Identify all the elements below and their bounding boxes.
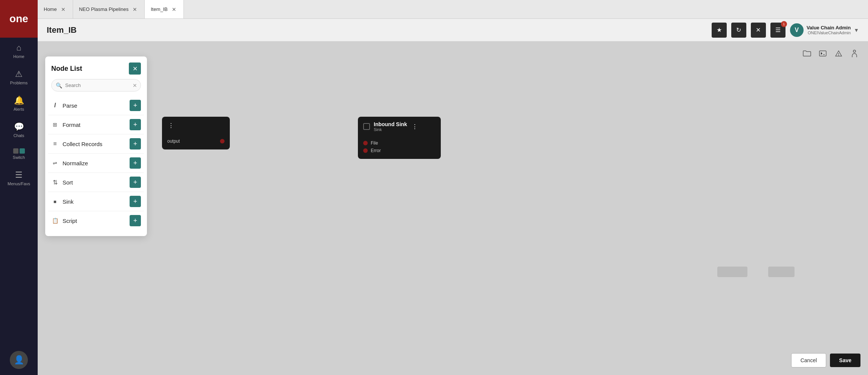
script-node-label: Script (63, 218, 126, 224)
sidebar-item-switch[interactable]: Switch (0, 143, 38, 165)
parse-add-button[interactable]: + (130, 100, 141, 111)
inbound-sink-menu-button[interactable]: ⋮ (411, 122, 419, 131)
node-list-item-sort[interactable]: ⇅ Sort + (48, 173, 144, 192)
error-port-dot (363, 148, 368, 153)
main-area: Home ✕ NEO Plasma Pipelines ✕ Item_IB ✕ … (38, 0, 868, 375)
tab-bar: Home ✕ NEO Plasma Pipelines ✕ Item_IB ✕ (38, 0, 868, 19)
menu-btn-wrapper: ☰ 1 (770, 23, 785, 38)
node-list-item-sink[interactable]: ■ Sink + (48, 192, 144, 211)
tab-neo-plasma[interactable]: NEO Plasma Pipelines ✕ (73, 0, 145, 18)
tab-neo-plasma-close[interactable]: ✕ (131, 6, 138, 13)
save-button[interactable]: Save (830, 354, 860, 367)
close-button[interactable]: ✕ (751, 23, 766, 38)
inbound-sink-error-port: Error (363, 147, 436, 154)
svg-point-1 (838, 55, 839, 56)
left-node-ports: output (162, 134, 230, 149)
tab-item-ib[interactable]: Item_IB ✕ (145, 0, 184, 18)
format-add-button[interactable]: + (130, 119, 141, 130)
output-dot (220, 139, 225, 143)
left-node-menu-button[interactable]: ⋮ (167, 121, 175, 130)
sidebar-item-menus-favs[interactable]: ☰ Menus/Favs (0, 165, 38, 191)
switch-icon (13, 148, 25, 154)
sidebar-item-problems-label: Problems (10, 81, 28, 85)
parse-node-label: Parse (63, 102, 126, 109)
node-list-close-button[interactable]: ✕ (129, 62, 141, 75)
search-input[interactable] (51, 79, 141, 91)
user-info[interactable]: V Value Chain Admin ONEIValueChainAdmin … (790, 23, 859, 37)
sidebar-item-alerts[interactable]: 🔔 Alerts (0, 90, 38, 117)
inbound-sink-subtitle: Sink (374, 127, 407, 132)
star-icon: ★ (717, 26, 722, 34)
avatar-letter: V (795, 27, 799, 34)
user-username: ONEIValueChainAdmin (807, 30, 851, 35)
sidebar-item-problems[interactable]: ⚠ Problems (0, 64, 38, 90)
canvas-toolbar (801, 47, 860, 59)
node-list-title: Node List (51, 65, 82, 73)
tab-home[interactable]: Home ✕ (38, 0, 73, 18)
page-title: Item_IB (47, 25, 76, 35)
cancel-button[interactable]: Cancel (791, 353, 827, 367)
node-list-panel: Node List ✕ 🔍 ✕ I Parse + ⊞ Format + ≡ C… (45, 56, 147, 236)
header: Item_IB ★ ↻ ✕ ☰ 1 V Value (38, 19, 868, 41)
file-port-dot (363, 141, 368, 145)
chevron-down-icon: ▼ (854, 27, 859, 33)
sort-node-icon: ⇅ (51, 179, 59, 186)
menu-icon: ☰ (15, 170, 23, 180)
script-add-button[interactable]: + (130, 215, 141, 226)
refresh-icon: ↻ (736, 26, 741, 34)
error-port-label: Error (371, 148, 381, 153)
close-icon: ✕ (756, 26, 761, 34)
node-list-item-parse[interactable]: I Parse + (48, 96, 144, 115)
menu-icon: ☰ (775, 26, 781, 34)
terminal-icon-button[interactable] (817, 47, 829, 59)
tab-item-ib-label: Item_IB (151, 6, 168, 12)
format-node-label: Format (63, 122, 126, 128)
ghost-node-1 (717, 267, 747, 277)
node-list-item-collect-records[interactable]: ≡ Collect Records + (48, 134, 144, 154)
canvas-bottom-actions: Cancel Save (791, 353, 860, 367)
collect-records-add-button[interactable]: + (130, 138, 141, 149)
node-list-search-wrapper: 🔍 ✕ (51, 79, 141, 91)
user-text: Value Chain Admin ONEIValueChainAdmin (807, 25, 851, 35)
tab-item-ib-close[interactable]: ✕ (171, 6, 177, 13)
close-icon: ✕ (133, 65, 138, 72)
collect-records-node-icon: ≡ (51, 140, 59, 147)
sink-node-icon: ■ (51, 199, 59, 204)
sort-add-button[interactable]: + (130, 177, 141, 188)
canvas-area: ⋮ output Inbound Sink Sink (38, 41, 868, 375)
parse-node-icon: I (51, 102, 59, 109)
star-button[interactable]: ★ (712, 23, 727, 38)
sidebar-item-home-label: Home (13, 54, 24, 59)
sink-node-label: Sink (63, 198, 126, 205)
left-node-output-port: output (167, 137, 225, 145)
tab-neo-plasma-label: NEO Plasma Pipelines (79, 6, 129, 12)
search-clear-button[interactable]: ✕ (133, 82, 137, 88)
tab-home-close[interactable]: ✕ (60, 6, 67, 13)
node-list-item-format[interactable]: ⊞ Format + (48, 115, 144, 134)
logo-text: one (9, 13, 28, 25)
inbound-sink-ports: File Error (358, 136, 441, 159)
node-list-item-script[interactable]: 📋 Script + (48, 211, 144, 230)
chat-icon: 💬 (14, 122, 24, 132)
inbound-sink-file-port: File (363, 139, 436, 147)
inbound-sink-checkbox[interactable] (363, 123, 370, 130)
node-list-item-normalize[interactable]: ⇌ Normalize + (48, 154, 144, 173)
normalize-add-button[interactable]: + (130, 157, 141, 169)
warning-canvas-icon-button[interactable] (833, 47, 845, 59)
sidebar-item-chats[interactable]: 💬 Chats (0, 117, 38, 143)
bell-icon: 🔔 (14, 96, 24, 105)
search-icon: 🔍 (56, 82, 62, 88)
sink-add-button[interactable]: + (130, 196, 141, 207)
svg-rect-0 (819, 51, 826, 56)
refresh-button[interactable]: ↻ (731, 23, 746, 38)
sidebar-item-home[interactable]: ⌂ Home (0, 38, 38, 64)
sidebar-bottom: 👤 (10, 351, 28, 375)
app-logo[interactable]: one (0, 0, 38, 38)
figure-icon-button[interactable] (848, 47, 860, 59)
sidebar-item-alerts-label: Alerts (14, 107, 24, 111)
sidebar-avatar[interactable]: 👤 (10, 351, 28, 369)
file-port-label: File (371, 140, 378, 146)
normalize-node-icon: ⇌ (51, 160, 59, 166)
svg-point-2 (853, 50, 856, 52)
folder-icon-button[interactable] (801, 47, 813, 59)
